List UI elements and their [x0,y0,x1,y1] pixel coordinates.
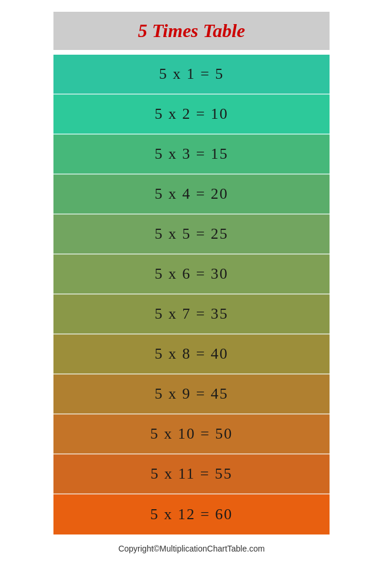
row-expression: 5 x 8 = 40 [154,345,229,363]
table-row: 5 x 10 = 50 [53,415,330,455]
row-expression: 5 x 9 = 45 [154,385,229,403]
table-row: 5 x 6 = 30 [53,255,330,295]
table-row: 5 x 1 = 5 [53,55,330,95]
row-expression: 5 x 1 = 5 [159,65,224,83]
title-bar: 5 Times Table [53,12,330,50]
row-expression: 5 x 3 = 15 [154,145,229,163]
footer-text: Copyright©MultiplicationChartTable.com [118,544,264,553]
table-row: 5 x 11 = 55 [53,455,330,495]
table-row: 5 x 2 = 10 [53,95,330,135]
page-title: 5 Times Table [65,20,318,42]
table-row: 5 x 9 = 45 [53,375,330,415]
table-row: 5 x 4 = 20 [53,175,330,215]
times-table: 5 x 1 = 55 x 2 = 105 x 3 = 155 x 4 = 205… [53,55,330,534]
row-expression: 5 x 12 = 60 [150,506,233,523]
row-expression: 5 x 6 = 30 [154,265,229,283]
table-row: 5 x 8 = 40 [53,335,330,375]
row-expression: 5 x 2 = 10 [154,105,229,123]
row-expression: 5 x 5 = 25 [154,225,229,243]
table-row: 5 x 7 = 35 [53,295,330,335]
row-expression: 5 x 7 = 35 [154,305,229,323]
table-row: 5 x 5 = 25 [53,215,330,255]
table-row: 5 x 12 = 60 [53,495,330,534]
row-expression: 5 x 10 = 50 [150,425,233,443]
row-expression: 5 x 11 = 55 [150,465,233,483]
row-expression: 5 x 4 = 20 [154,185,229,203]
table-row: 5 x 3 = 15 [53,135,330,175]
